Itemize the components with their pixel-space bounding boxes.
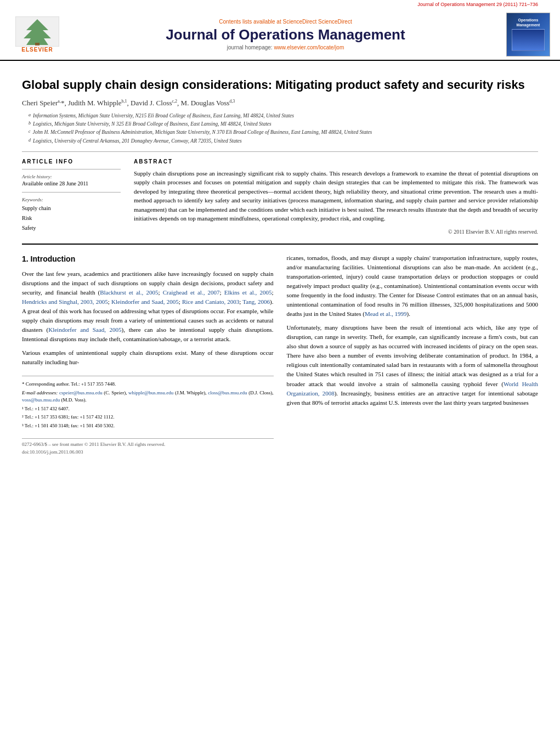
section-divider — [22, 244, 538, 245]
header-center: Contents lists available at ScienceDirec… — [65, 19, 506, 51]
journal-reference: Journal of Operations Management 29 (201… — [0, 0, 560, 7]
abstract-section: ABSTRACT Supply chain disruptions pose a… — [134, 159, 538, 235]
affiliation-b: b Logistics, Michigan State University, … — [29, 120, 538, 128]
email-cspeier[interactable]: cspeier@bus.msu.edu — [59, 390, 103, 395]
homepage-label: journal homepage: — [227, 44, 273, 50]
intro-paragraph-1: Over the last few years, academics and p… — [22, 269, 274, 344]
sciencedirect-link: Contents lists available at ScienceDirec… — [76, 19, 495, 25]
cover-text: OperationsManagement — [517, 18, 540, 27]
keywords-label: Keywords: — [22, 197, 121, 202]
doi-info: doi:10.1016/j.jom.2011.06.003 — [22, 449, 274, 456]
aff-text-a: Information Systems, Michigan State Univ… — [33, 112, 294, 120]
journal-title-header: Journal of Operations Management — [76, 27, 495, 43]
intro-paragraph-2: Various examples of unintentional supply… — [22, 348, 274, 367]
history-label: Article history: — [22, 174, 121, 179]
email-closs[interactable]: closs@bus.msu.edu — [208, 390, 247, 395]
footnote-3: ³ Tel.: +1 501 450 3148; fax: +1 501 450… — [22, 422, 274, 430]
affiliation-d: d Logistics, University of Central Arkan… — [29, 137, 538, 145]
sciencedirect-brand: ScienceDirect — [318, 19, 352, 25]
ref-who[interactable]: World Health Organization, 2008 — [287, 381, 539, 397]
footnote-corresponding: * Corresponding author. Tel.: +1 517 355… — [22, 381, 274, 388]
authors-line: Cheri Speiera,*, Judith M. Whippleb,1, D… — [22, 99, 538, 108]
footnote-email: E-mail addresses: cspeier@bus.msu.edu (C… — [22, 389, 274, 404]
ref-tang[interactable]: Tang, 2006 — [242, 298, 270, 305]
journal-homepage: journal homepage: www.elsevier.com/locat… — [76, 44, 495, 50]
footnote-2: ² Tel.: +1 517 353 6381; fax: +1 517 432… — [22, 414, 274, 421]
col2-paragraph-2: Unfortunately, many disruptions have bee… — [287, 323, 539, 407]
available-online: Available online 28 June 2011 — [22, 180, 121, 186]
email-voss[interactable]: voss@bus.msu.edu — [22, 397, 60, 403]
email-whipple[interactable]: whipple@bus.msu.edu — [128, 390, 173, 395]
aff-text-c: John H. McConnell Professor of Business … — [33, 128, 372, 136]
states-text: States — [347, 310, 361, 317]
bottom-info: 0272-6963/$ – see front matter © 2011 El… — [22, 438, 274, 456]
aff-sup-a: a — [29, 112, 31, 120]
keyword-safety: Safety — [22, 223, 121, 233]
copyright-notice: © 2011 Elsevier B.V. All rights reserved… — [134, 229, 538, 235]
section-title-text: Introduction — [31, 254, 76, 263]
abstract-text: Supply chain disruptions pose an increas… — [134, 169, 538, 223]
journal-cover-image: OperationsManagement — [506, 13, 550, 56]
affiliation-a: a Information Systems, Michigan State Un… — [29, 112, 538, 120]
elsevier-image — [15, 16, 59, 47]
ref-elkins[interactable]: Elkins et al., 2005 — [224, 289, 272, 296]
homepage-url: www.elsevier.com/locate/jom — [274, 44, 344, 50]
elsevier-logo: ELSEVIER — [10, 16, 65, 53]
section-1-title: 1. Introduction — [22, 253, 274, 265]
affiliations: a Information Systems, Michigan State Un… — [29, 112, 538, 145]
body-column-1: 1. Introduction Over the last few years,… — [22, 253, 274, 456]
cover-graphic — [512, 29, 545, 51]
affiliation-c: c John H. McConnell Professor of Busines… — [29, 128, 538, 136]
article-body: ARTICLE INFO Article history: Available … — [22, 159, 538, 235]
ref-mead[interactable]: Mead et al., 1999 — [365, 310, 407, 317]
journal-ref-text: Journal of Operations Management 29 (201… — [417, 2, 538, 7]
keyword-supply-chain: Supply chain — [22, 203, 121, 213]
paper-title: Global supply chain design consideration… — [22, 77, 538, 93]
keyword-risk: Risk — [22, 213, 121, 223]
article-info-section: ARTICLE INFO Article history: Available … — [22, 159, 121, 235]
body-column-2: ricanes, tornados, floods, and may disru… — [287, 253, 539, 456]
section-number: 1. — [22, 254, 29, 263]
body-columns: 1. Introduction Over the last few years,… — [22, 253, 538, 456]
col2-paragraph-1: ricanes, tornados, floods, and may disru… — [287, 253, 539, 319]
sciencedirect-text: Contents lists available at ScienceDirec… — [219, 19, 316, 25]
ref-hendricks[interactable]: Hendricks and Singhal, 2003, 2005 — [22, 298, 108, 305]
aff-sup-d: d — [29, 137, 31, 145]
aff-sup-c: c — [29, 128, 31, 136]
article-info-heading: ARTICLE INFO — [22, 159, 121, 165]
aff-sup-b: b — [29, 120, 31, 128]
ref-kleindorfer[interactable]: Kleindorfer and Saad, 2005 — [111, 298, 179, 305]
footnote-1: ¹ Tel.: +1 517 432 6407. — [22, 405, 274, 413]
keywords-section: Keywords: Supply chain Risk Safety — [22, 197, 121, 233]
main-content: Global supply chain design consideration… — [0, 61, 560, 467]
ref-kleindorfer2[interactable]: Kleindorfer and Saad, 2005 — [48, 326, 121, 333]
aff-text-d: Logistics, University of Central Arkansa… — [33, 137, 242, 145]
svg-rect-2 — [35, 43, 39, 46]
header-divider — [22, 151, 538, 152]
ref-blackhurst[interactable]: Blackhurst et al., 2005 — [100, 289, 158, 296]
elsevier-brand-name: ELSEVIER — [21, 47, 53, 53]
journal-header: ELSEVIER Contents lists available at Sci… — [0, 7, 560, 61]
aff-text-b: Logistics, Michigan State University, N … — [33, 120, 271, 128]
footnotes-section: * Corresponding author. Tel.: +1 517 355… — [22, 376, 274, 429]
issn-info: 0272-6963/$ – see front matter © 2011 El… — [22, 441, 274, 449]
ref-rice[interactable]: Rice and Caniato, 2003 — [182, 298, 239, 305]
ref-craighead[interactable]: Craighead et al., 2007 — [163, 289, 220, 296]
abstract-heading: ABSTRACT — [134, 159, 538, 165]
